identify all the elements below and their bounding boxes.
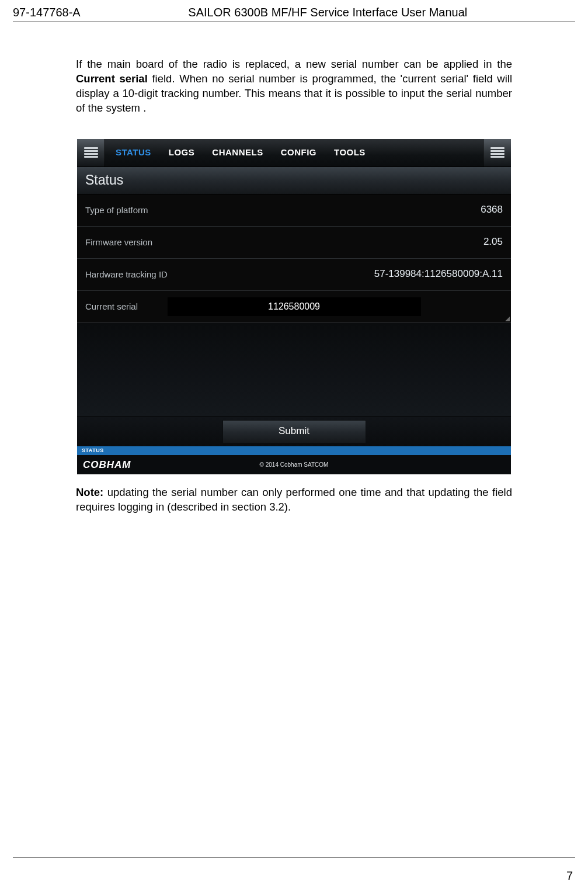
label-tracking: Hardware tracking ID xyxy=(85,269,168,280)
value-platform: 6368 xyxy=(481,203,503,217)
footer-copy-row: COBHAM © 2014 Cobham SATCOM xyxy=(77,455,511,474)
submit-button[interactable]: Submit xyxy=(222,420,366,443)
label-platform: Type of platform xyxy=(85,204,148,216)
status-screenshot: STATUS LOGS CHANNELS CONFIG TOOLS Status… xyxy=(77,139,511,474)
label-serial: Current serial xyxy=(85,301,138,313)
label-firmware: Firmware version xyxy=(85,237,152,248)
value-tracking: 57-139984:1126580009:A.11 xyxy=(374,268,503,281)
top-nav-bar: STATUS LOGS CHANNELS CONFIG TOOLS xyxy=(77,139,511,167)
submit-row: Submit xyxy=(77,417,511,446)
tab-status[interactable]: STATUS xyxy=(116,147,151,158)
note-rest: updating the serial number can only perf… xyxy=(76,486,512,513)
current-serial-input[interactable] xyxy=(168,297,421,316)
copyright-text: © 2014 Cobham SATCOM xyxy=(260,461,329,469)
value-firmware: 2.05 xyxy=(483,235,503,249)
page-number: 7 xyxy=(566,869,573,883)
cobham-logo: COBHAM xyxy=(83,459,131,472)
resize-triangle-icon xyxy=(505,317,510,321)
row-tracking: Hardware tracking ID 57-139984:112658000… xyxy=(77,259,511,291)
hamburger-icon xyxy=(84,147,98,158)
note-paragraph: Note: updating the serial number can onl… xyxy=(76,485,512,515)
tab-strip: STATUS LOGS CHANNELS CONFIG TOOLS xyxy=(105,139,366,166)
note-bold: Note: xyxy=(76,486,103,498)
menu-icon-right[interactable] xyxy=(483,139,511,166)
footer-status-bar: STATUS xyxy=(77,446,511,455)
paragraph-1: If the main board of the radio is replac… xyxy=(76,57,512,116)
doc-title: SAILOR 6300B MF/HF Service Interface Use… xyxy=(81,6,575,19)
footer-rule xyxy=(13,858,575,858)
row-serial: Current serial xyxy=(77,291,511,323)
tab-tools[interactable]: TOOLS xyxy=(334,147,366,158)
hamburger-icon xyxy=(490,147,505,158)
footer-status-text: STATUS xyxy=(82,447,104,454)
section-heading-status: Status xyxy=(77,167,511,195)
tab-channels[interactable]: CHANNELS xyxy=(212,147,263,158)
row-firmware: Firmware version 2.05 xyxy=(77,227,511,259)
doc-id: 97-147768-A xyxy=(13,6,81,19)
content-spacer xyxy=(77,323,511,417)
tab-config[interactable]: CONFIG xyxy=(281,147,316,158)
para1-start: If the main board of the radio is replac… xyxy=(76,58,512,70)
row-platform: Type of platform 6368 xyxy=(77,195,511,227)
menu-icon-left[interactable] xyxy=(77,139,105,166)
tab-logs[interactable]: LOGS xyxy=(169,147,195,158)
page-header: 97-147768-A SAILOR 6300B MF/HF Service I… xyxy=(0,0,588,22)
para1-bold: Current serial xyxy=(76,72,148,85)
